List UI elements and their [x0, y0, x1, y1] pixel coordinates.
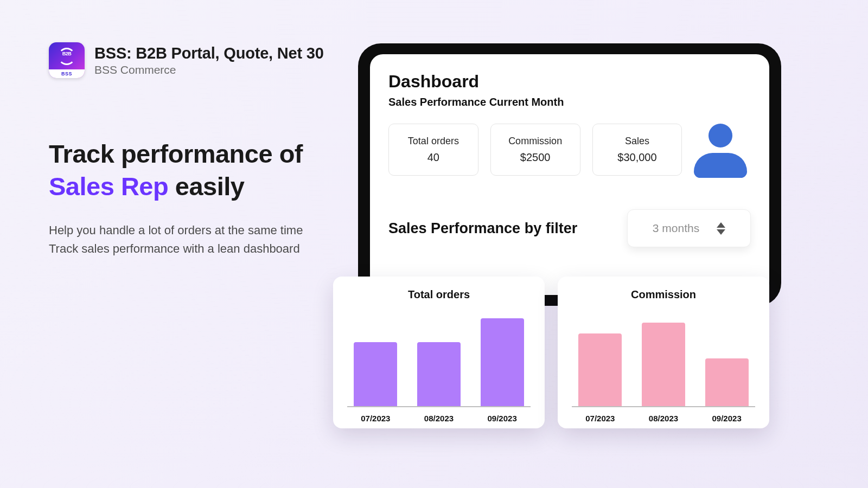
logo-bss-label: BSS	[49, 69, 85, 78]
chart-title: Commission	[569, 288, 758, 301]
stat-label: Commission	[508, 136, 562, 147]
stat-card-commission: Commission $2500	[490, 124, 580, 176]
chart-bars	[569, 306, 758, 407]
stat-cards-row: Total orders 40 Commission $2500 Sales $…	[388, 124, 751, 178]
chart-x-label: 07/2023	[578, 414, 622, 423]
hero-description: Help you handle a lot of orders at the s…	[49, 221, 353, 258]
stepper-icon	[717, 222, 725, 235]
chart-bar	[354, 342, 397, 407]
app-header: B2B BSS BSS: B2B Portal, Quote, Net 30 B…	[49, 42, 324, 78]
refresh-circle-icon	[58, 48, 75, 65]
chart-bar	[481, 318, 524, 407]
hero-accent: Sales Rep	[49, 172, 168, 201]
stat-value: 40	[427, 151, 439, 164]
app-title: BSS: B2B Portal, Quote, Net 30	[94, 44, 324, 62]
chart-x-label: 09/2023	[705, 414, 749, 423]
chart-x-labels: 07/202308/202309/2023	[569, 414, 758, 423]
tablet-frame: Dashboard Sales Performance Current Mont…	[358, 43, 781, 306]
chart-bar	[642, 323, 685, 407]
stat-value: $2500	[520, 151, 551, 164]
stat-card-sales: Sales $30,000	[592, 124, 682, 176]
user-icon	[694, 124, 746, 178]
hero-line1: Track performance of	[49, 139, 303, 168]
dashboard-subtitle: Sales Performance Current Month	[388, 96, 751, 108]
app-subtitle: BSS Commerce	[94, 63, 324, 76]
chart-bar	[578, 333, 622, 407]
chart-title: Total orders	[344, 288, 534, 301]
dashboard-screen: Dashboard Sales Performance Current Mont…	[370, 54, 769, 295]
chart-x-labels: 07/202308/202309/2023	[344, 414, 534, 423]
chart-bars	[344, 306, 534, 407]
chart-card-total-orders: Total orders 07/202308/202309/2023	[333, 277, 545, 428]
chart-x-label: 07/2023	[354, 414, 397, 423]
chart-baseline	[347, 406, 531, 407]
hero-line2-suffix: easily	[168, 172, 244, 201]
logo-b2b-text: B2B	[62, 51, 72, 56]
dashboard-title: Dashboard	[388, 72, 751, 92]
chart-bar	[417, 342, 461, 407]
filter-select[interactable]: 3 months	[627, 209, 751, 247]
chart-x-label: 09/2023	[481, 414, 524, 423]
filter-select-value: 3 months	[653, 222, 699, 235]
stat-value: $30,000	[617, 151, 656, 164]
filter-row: Sales Performance by filter 3 months	[388, 209, 751, 247]
chart-bar	[705, 358, 749, 407]
chevron-up-icon	[717, 222, 725, 228]
hero-section: Track performance of Sales Rep easily He…	[49, 138, 353, 259]
chart-card-commission: Commission 07/202308/202309/2023	[558, 277, 769, 428]
stat-card-total-orders: Total orders 40	[388, 124, 478, 176]
stat-label: Sales	[625, 136, 649, 147]
filter-title: Sales Performance by filter	[388, 220, 577, 237]
chart-baseline	[572, 406, 755, 407]
chevron-down-icon	[717, 229, 725, 235]
stat-label: Total orders	[408, 136, 459, 147]
app-logo: B2B BSS	[49, 42, 85, 78]
chart-x-label: 08/2023	[642, 414, 685, 423]
hero-heading: Track performance of Sales Rep easily	[49, 138, 353, 203]
chart-x-label: 08/2023	[417, 414, 461, 423]
